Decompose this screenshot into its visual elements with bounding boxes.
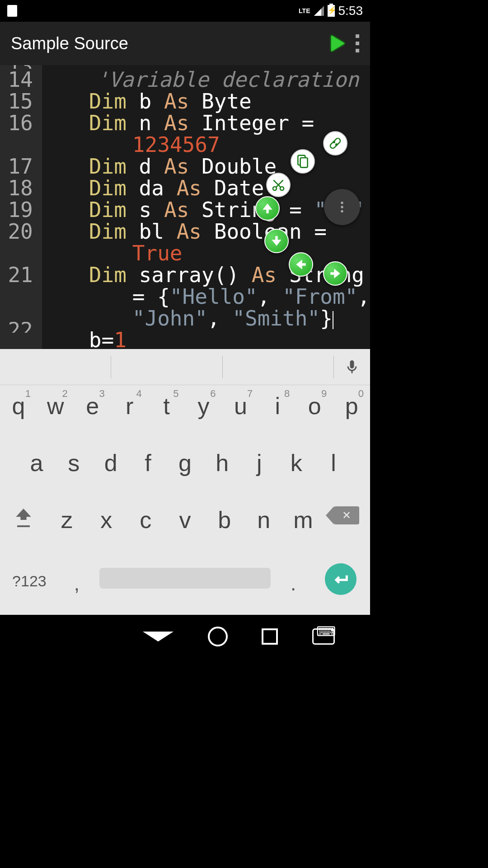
- back-button[interactable]: [143, 632, 174, 642]
- key-c[interactable]: c: [126, 506, 165, 533]
- symbols-key[interactable]: ?123: [0, 563, 59, 590]
- key-s[interactable]: s: [55, 449, 92, 476]
- shift-key[interactable]: [0, 506, 47, 527]
- code-line[interactable]: 'Variable declaration: [47, 69, 370, 90]
- suggestion-bar: [0, 349, 370, 385]
- key-m[interactable]: m: [283, 506, 323, 533]
- line-number: 21: [0, 264, 33, 286]
- navigation-bar: [0, 615, 370, 658]
- code-line[interactable]: b=1: [47, 329, 370, 349]
- key-o[interactable]: 9o: [296, 392, 333, 420]
- code-content[interactable]: 'Variable declarationDim b As ByteDim n …: [42, 65, 370, 349]
- suggestion-slot[interactable]: [0, 356, 111, 378]
- line-number: 16: [0, 112, 33, 134]
- key-z[interactable]: z: [47, 506, 87, 533]
- line-number: 14: [0, 69, 33, 90]
- recents-button[interactable]: [262, 628, 278, 645]
- bandage-icon[interactable]: [323, 131, 347, 156]
- page-title: Sample Source: [11, 34, 320, 53]
- key-q[interactable]: 1q: [0, 392, 37, 420]
- line-gutter: 13141516 17181920 21 22: [0, 65, 42, 349]
- key-w[interactable]: 2w: [37, 392, 74, 420]
- code-line[interactable]: Dim bl As Boolean =: [47, 221, 370, 242]
- code-line[interactable]: Dim s As String = "Me": [47, 199, 370, 221]
- svg-rect-4: [300, 158, 308, 167]
- key-f[interactable]: f: [129, 449, 166, 476]
- app-bar: Sample Source: [0, 22, 370, 65]
- key-x[interactable]: x: [87, 506, 126, 533]
- network-label: LTE: [299, 7, 310, 14]
- arrow-left-icon[interactable]: [289, 252, 313, 277]
- status-bar: LTE 5:53: [0, 0, 370, 22]
- soft-keyboard[interactable]: 1q2w3e4r5t6y7u8i9o0p asdfghjkl zxcvbnm✕ …: [0, 349, 370, 615]
- floating-more-button[interactable]: [324, 189, 360, 225]
- line-number: 19: [0, 199, 33, 221]
- key-l[interactable]: l: [315, 449, 352, 476]
- run-button[interactable]: [331, 35, 345, 52]
- arrow-right-icon[interactable]: [323, 261, 347, 286]
- code-line-continuation[interactable]: 1234567: [47, 134, 370, 156]
- code-line-continuation[interactable]: True: [47, 242, 370, 264]
- code-line[interactable]: Dim d As Double: [47, 156, 370, 177]
- period-key[interactable]: .: [275, 563, 311, 595]
- svg-rect-0: [329, 137, 341, 149]
- key-a[interactable]: a: [18, 449, 55, 476]
- code-line[interactable]: Dim n As Integer =: [47, 112, 370, 134]
- line-number: 18: [0, 177, 33, 199]
- code-line-continuation[interactable]: = {"Hello", "From",: [47, 286, 370, 307]
- key-y[interactable]: 6y: [185, 392, 222, 420]
- key-h[interactable]: h: [204, 449, 241, 476]
- key-v[interactable]: v: [165, 506, 205, 533]
- line-number: 15: [0, 90, 33, 112]
- key-n[interactable]: n: [244, 506, 283, 533]
- key-d[interactable]: d: [92, 449, 129, 476]
- arrow-up-icon[interactable]: [255, 196, 280, 221]
- svg-point-9: [341, 210, 343, 212]
- code-editor[interactable]: 13141516 17181920 21 22 'Variable declar…: [0, 65, 370, 349]
- home-button[interactable]: [208, 627, 228, 646]
- comma-key[interactable]: ,: [59, 563, 95, 595]
- svg-point-1: [333, 142, 335, 143]
- code-line[interactable]: Dim da As Date: [47, 177, 370, 199]
- clock-time: 5:53: [338, 4, 363, 18]
- cut-icon[interactable]: [266, 173, 291, 197]
- suggestion-slot[interactable]: [111, 356, 222, 378]
- key-b[interactable]: b: [205, 506, 244, 533]
- svg-point-8: [341, 206, 343, 208]
- svg-point-2: [336, 144, 337, 145]
- sd-card-icon: [7, 5, 17, 17]
- key-e[interactable]: 3e: [74, 392, 111, 420]
- svg-point-7: [341, 202, 343, 204]
- signal-icon: [314, 6, 324, 16]
- suggestion-slot[interactable]: [223, 356, 334, 378]
- code-line-continuation[interactable]: "John", "Smith"}: [47, 307, 370, 329]
- battery-charging-icon: [328, 5, 335, 17]
- line-number: 20: [0, 221, 33, 242]
- copy-icon[interactable]: [291, 149, 315, 174]
- overflow-menu-button[interactable]: [356, 34, 359, 52]
- key-t[interactable]: 5t: [148, 392, 185, 420]
- code-line[interactable]: Dim b As Byte: [47, 90, 370, 112]
- line-number: 17: [0, 156, 33, 177]
- arrow-down-icon[interactable]: [264, 229, 289, 253]
- space-key[interactable]: [95, 563, 276, 589]
- key-i[interactable]: 8i: [259, 392, 296, 420]
- code-line[interactable]: Dim sarray() As String: [47, 264, 370, 286]
- key-u[interactable]: 7u: [222, 392, 259, 420]
- key-j[interactable]: j: [241, 449, 278, 476]
- enter-key[interactable]: [311, 563, 370, 595]
- key-r[interactable]: 4r: [111, 392, 148, 420]
- mic-icon[interactable]: [334, 359, 370, 375]
- line-number: 22: [0, 322, 33, 333]
- key-g[interactable]: g: [166, 449, 203, 476]
- key-p[interactable]: 0p: [333, 392, 370, 420]
- keyboard-switch-icon[interactable]: [312, 628, 335, 645]
- key-k[interactable]: k: [278, 449, 315, 476]
- backspace-key[interactable]: ✕: [323, 506, 370, 524]
